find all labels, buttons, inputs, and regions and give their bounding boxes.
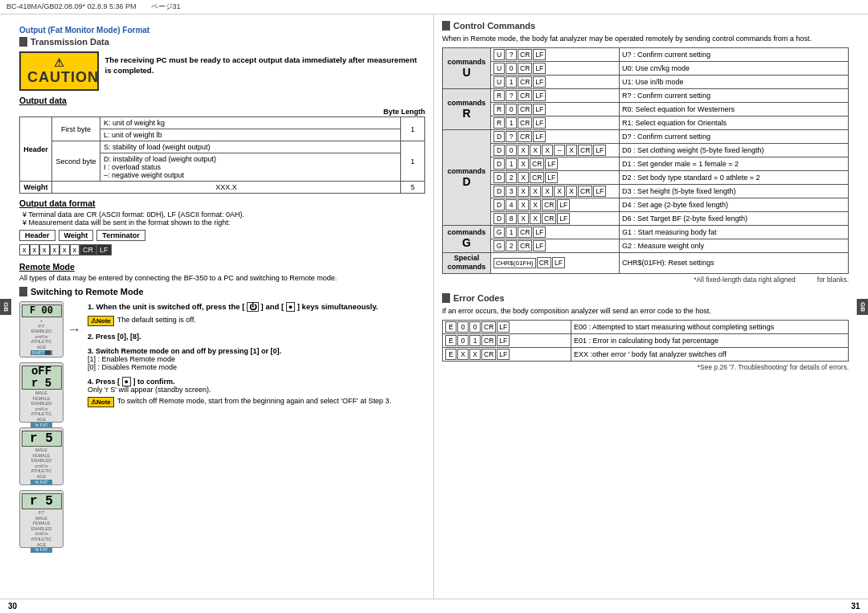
page-footer: 30 31 [0, 599, 868, 613]
error-footnote: *See p.26 '7. Troubleshooting' for detai… [442, 363, 849, 371]
page-num-left: 30 [8, 602, 17, 611]
d-cmd-row-4: D3XXXXXCRLF D3 : Set height (5-byte fixe… [443, 184, 849, 198]
error-code-1: E01CRLF [443, 333, 571, 347]
special-commands-row: Specialcommands CHR$(01FH) CR LF CHR$(01… [443, 252, 849, 273]
switching-section: Switching to Remote Mode F 00 +P.TENABLE… [19, 287, 425, 548]
left-panel: GB Output (Fat Monitor Mode) Format Tran… [0, 14, 434, 599]
byte2-cell: 1 [401, 141, 425, 182]
caution-box: ⚠ CAUTION The receiving PC must be ready… [19, 51, 425, 91]
right-panel: GB Control Commands When in Remote mode,… [434, 14, 868, 599]
u-commands-row: commands U U?CRLF U? : Confirm current s… [443, 47, 849, 61]
caution-label: CAUTION [27, 69, 91, 86]
scale-device-4: r 5 P.TMALEFEMALEENABLEDcm/f.inATHLETICA… [19, 490, 63, 548]
output-data-format-title: Output data format [19, 198, 425, 208]
display-r5-4: r 5 [22, 493, 62, 509]
scale-labels-3: MALEFEMALEENABLEDcm/f.inATHLETICAGE% FAT [31, 447, 51, 484]
output-table: Header First byte K: unit of weight kg 1… [19, 116, 425, 194]
d-code-5: D4XXCRLF [491, 198, 620, 211]
r-cmd-label: commands R [443, 88, 491, 129]
transmission-title: Transmission Data [19, 37, 425, 47]
d-code-4: D3XXXXXCRLF [491, 184, 620, 198]
d-code-3: D2XCRLF [491, 170, 620, 184]
scale-labels-4: P.TMALEFEMALEENABLEDcm/f.inATHLETICAGE% … [31, 510, 51, 553]
note-icon-1: ⚠Note [88, 316, 114, 326]
fmt-x4: x [50, 244, 60, 255]
error-table: E00CRLF E00 : Attempted to start measuri… [442, 320, 849, 362]
header-cell: Header [20, 117, 52, 182]
control-commands-table: commands U U?CRLF U? : Confirm current s… [442, 47, 849, 274]
d-desc-0: D? : Confirm current setting [620, 129, 849, 143]
d-desc-3: D2 : Set body type standard = 0 athlete … [620, 170, 849, 184]
special-code: CHR$(01FH) [493, 258, 536, 268]
first-byte-cell: First byte [52, 117, 100, 141]
step1-note: ⚠Note The default setting is off. [88, 316, 425, 326]
g-desc-1: G2 : Measure weight only [620, 239, 849, 252]
step-2: 2. Press [0], [8]. [88, 333, 425, 341]
format-row: x x x x x x CR LF [19, 244, 145, 255]
error-desc-1: E01 : Error in calculating body fat perc… [571, 333, 849, 347]
g-desc-0: G1 : Start measuring body fat [620, 225, 849, 239]
fmt-x6: x [70, 244, 80, 255]
intro-text: When in Remote mode, the body fat analyz… [442, 34, 849, 44]
g-cmd-label: commands G [443, 225, 491, 252]
terminator-btn: Terminator [96, 230, 145, 241]
byte-length-header: Byte Length [19, 108, 425, 116]
arrow-icon: → [67, 321, 81, 338]
power-icon: ⏻ [247, 302, 259, 312]
caution-triangle: ⚠ [27, 56, 91, 69]
format-labels: Header Weight Terminator x x x x x x CR … [19, 230, 145, 255]
special-code-cell: CHR$(01FH) CR LF [491, 252, 620, 273]
r-commands-row: commands R R?CRLF R? : Confirm current s… [443, 88, 849, 102]
error-row-1: E01CRLF E01 : Error in calculating body … [443, 333, 849, 347]
u-desc-1: U0: Use cm/kg mode [620, 61, 849, 75]
caution-icon: ⚠ CAUTION [19, 51, 99, 91]
scale-device-3: r 5 MALEFEMALEENABLEDcm/f.inATHLETICAGE%… [19, 427, 63, 485]
remote-mode-title: Remote Mode [19, 262, 425, 272]
fmt-lf: LF [96, 244, 112, 255]
format-notes: Terminal data are CR (ASCII format: 0DH)… [19, 210, 425, 227]
r-code-2: R1CRLF [491, 116, 620, 129]
note-icon-2: ⚠Note [88, 397, 114, 407]
fmt-cr: CR [80, 244, 96, 255]
scale-device-1: F 00 +P.TENABLEDcm/f.inATHLETICAGESHIFT.… [19, 301, 63, 358]
confirm-icon: ● [286, 302, 295, 312]
display-r5-3: r 5 [22, 431, 62, 447]
d-code-6: D8XXCRLF [491, 211, 620, 225]
d-desc-2: D1 : Set gender male = 1 female = 2 [620, 157, 849, 170]
d-commands-row: commands D D?CRLF D? : Confirm current s… [443, 129, 849, 143]
r-cmd-row-1: R0CRLF R0: Select equation for Westerner… [443, 102, 849, 116]
d-desc-6: D6 : Set Target BF (2-byte fixed length) [620, 211, 849, 225]
r-cmd-row-2: R1CRLF R1: Select equation for Orientals [443, 116, 849, 129]
fmt-x5: x [59, 244, 70, 255]
d-cmd-label: commands D [443, 129, 491, 225]
second-byte-cell: Second byte [52, 141, 100, 182]
error-row-0: E00CRLF E00 : Attempted to start measuri… [443, 320, 849, 333]
d-desc-1: D0 : Set clothing weight (5-byte fixed l… [620, 143, 849, 157]
steps-text-column: 1. When the unit is switched off, press … [88, 301, 425, 548]
fmt-x3: x [39, 244, 50, 255]
error-code-2: EXXCRLF [443, 347, 571, 361]
u-code-2: U1CRLF [491, 75, 620, 88]
format-note-1: Terminal data are CR (ASCII format: 0DH)… [23, 210, 425, 219]
device-steps: F 00 +P.TENABLEDcm/f.inATHLETICAGESHIFT.… [19, 301, 425, 548]
scale-labels-1: +P.TENABLEDcm/f.inATHLETICAGESHIFT.⬛ [31, 318, 53, 355]
step-1: 1. When the unit is switched off, press … [88, 301, 425, 326]
remote-mode-text: All types of data may be entered by conn… [19, 274, 425, 282]
d-label-cell: D: instability of load (weight output) I… [100, 153, 401, 182]
d-desc-4: D3 : Set height (5-byte fixed length) [620, 184, 849, 198]
u-desc-0: U? : Confirm current setting [620, 47, 849, 61]
fmt-x2: x [30, 244, 40, 255]
special-desc: CHR$(01FH): Reset settings [620, 252, 849, 273]
u-cmd-row-1: U0CRLF U0: Use cm/kg mode [443, 61, 849, 75]
r-code-0: R?CRLF [491, 88, 620, 102]
xxx-cell: XXX.X [52, 182, 401, 194]
page-num-right: 31 [851, 602, 860, 611]
fmt-x1: x [19, 244, 30, 255]
d-cmd-row-6: D8XXCRLF D6 : Set Target BF (2-byte fixe… [443, 211, 849, 225]
r-desc-0: R? : Confirm current setting [620, 88, 849, 102]
device-column: F 00 +P.TENABLEDcm/f.inATHLETICAGESHIFT.… [19, 301, 81, 548]
weight-label-cell: Weight [20, 182, 52, 194]
weight-btn: Weight [59, 230, 94, 241]
scale-device-2: oFF r 5 MALEFEMALEENABLEDcm/f.inATHLETIC… [19, 362, 63, 423]
g-cmd-row-1: G2CRLF G2 : Measure weight only [443, 239, 849, 252]
